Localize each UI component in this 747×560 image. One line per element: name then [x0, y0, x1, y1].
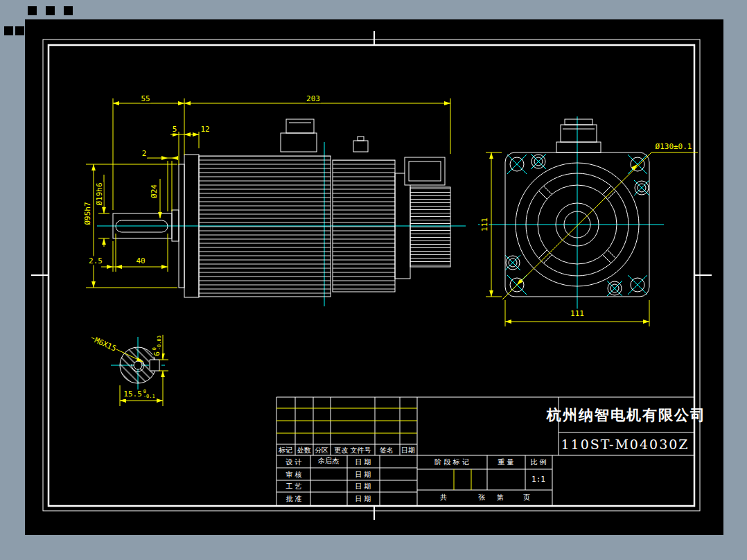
- dim-flange-width: 111: [570, 309, 585, 318]
- drawing-model-number: 110ST-M04030Z: [561, 437, 689, 452]
- revision-col-date: 日期: [401, 446, 415, 454]
- dim-flange-thickness: 12: [200, 125, 210, 134]
- dim-key-start: 2.5: [88, 256, 103, 265]
- revision-col-docno: 更改 文件号: [334, 446, 371, 454]
- drawing-linework: [0, 0, 747, 560]
- dim-key-width-value: 6: [152, 351, 161, 356]
- dim-key-flat-value: 15.5: [123, 390, 142, 399]
- sign-row-approve-date: 日 期: [355, 495, 371, 502]
- sheet-no-unit: 页: [523, 493, 530, 501]
- sign-row-process-label: 工 艺: [285, 482, 301, 490]
- sign-row-design-date: 日 期: [355, 458, 371, 466]
- dim-step-diameter: Ø24: [150, 184, 159, 199]
- cad-page: { "page": { "background": "#8d9dab", "ca…: [0, 0, 747, 560]
- sign-row-process-date: 日 期: [355, 482, 371, 490]
- sign-row-check-date: 日 期: [355, 471, 371, 478]
- revision-col-sign: 签名: [380, 446, 394, 454]
- dim-shaft-length: 55: [140, 94, 150, 103]
- sign-row-design-name: 余启杰: [318, 457, 339, 464]
- side-view-geometry: [113, 119, 450, 297]
- revision-col-mark: 标记: [279, 446, 292, 454]
- dim-key-length: 40: [135, 256, 146, 265]
- dim-key-width: 60-0.03: [152, 335, 162, 357]
- sign-row-check-label: 审 核: [285, 471, 301, 478]
- sheet-total-unit: 张: [478, 493, 485, 501]
- sign-row-approve-label: 批 准: [285, 495, 301, 502]
- dim-key-width-tolerance: 0-0.03: [152, 335, 162, 350]
- weight-label: 重 量: [498, 458, 513, 466]
- company-name: 杭州纳智电机有限公司: [547, 405, 706, 425]
- revision-col-zone: 分区: [315, 446, 328, 454]
- dim-key-flat: 15.50-0.1: [123, 390, 155, 399]
- scale-value: 1:1: [531, 475, 545, 484]
- dim-body-length: 203: [306, 94, 321, 103]
- dim-shaft-diameter: Ø19h6: [95, 182, 104, 206]
- dim-key-width-tol-lower: -0.03: [157, 335, 162, 350]
- dim-spigot-depth: 5: [172, 125, 178, 134]
- sign-row-design-label: 设 计: [285, 458, 301, 466]
- sheet-total-label: 共: [440, 493, 447, 501]
- revision-col-count: 处数: [297, 446, 311, 454]
- dim-key-gap: 2: [141, 149, 148, 158]
- dim-flange-height: 111: [480, 217, 489, 232]
- dim-key-flat-tolerance: 0-0.1: [143, 390, 155, 399]
- dim-bolt-circle: Ø130±0.1: [655, 142, 693, 151]
- scale-label: 比 例: [530, 458, 546, 466]
- dim-spigot-diameter: Ø95h7: [83, 201, 92, 225]
- stage-mark-label: 阶 段 标 记: [434, 458, 469, 466]
- dim-key-flat-tol-lower: -0.1: [143, 394, 155, 399]
- sheet-no-label: 第: [497, 493, 504, 501]
